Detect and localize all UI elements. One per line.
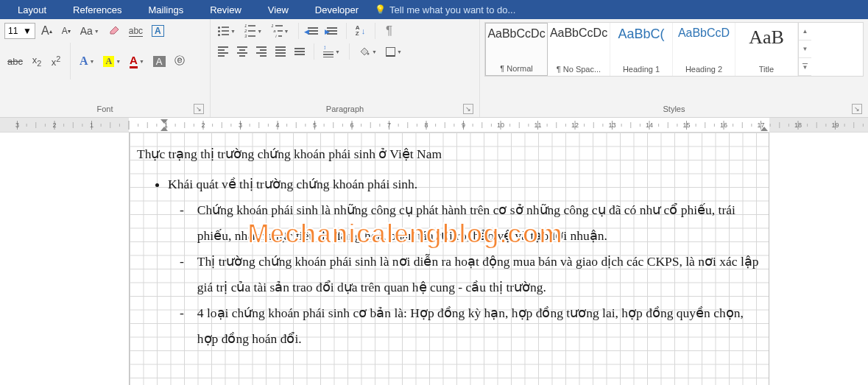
highlight-a-icon: A [103,56,114,67]
svg-text:10: 10 [497,121,504,129]
gallery-scroll-down[interactable]: ▼ [799,40,811,58]
svg-text:19: 19 [831,121,839,129]
numbering-button[interactable]: 1 2 3 ▼ [241,22,265,40]
tell-me-search[interactable]: 💡 Tell me what you want to do... [375,4,515,15]
ribbon-group-styles: AaBbCcDc ¶ Normal AaBbCcDc ¶ No Spac... … [480,19,868,117]
tab-mailings[interactable]: Mailings [135,0,197,19]
svg-text:11: 11 [534,121,541,129]
superscript-button[interactable]: x2 [48,52,64,70]
style-name: Title [738,65,794,74]
paragraph-group-label: Paragraph ↘ [215,102,475,117]
enclose-characters-button[interactable]: ⓔ [172,52,188,70]
style-heading-1[interactable]: AaBbC( Heading 1 [610,23,673,76]
svg-text:13: 13 [608,121,615,129]
sort-button[interactable]: AZ ↓ [353,22,369,40]
tab-layout[interactable]: Layout [4,0,60,19]
tab-developer[interactable]: Developer [302,0,372,19]
ribbon-group-font: 11 ▼ A▴ A▾ Aa▼ abc A abc x2 x2 A▼ A▼ A▼ [0,19,211,117]
borders-button[interactable]: ▼ [383,43,405,60]
svg-text:2: 2 [52,121,56,129]
text-effects-button[interactable]: A▼ [77,52,98,70]
chevron-down-icon: ▼ [23,26,32,36]
paragraph-dialog-launcher[interactable]: ↘ [463,104,473,114]
style-preview: AaBbCcD [678,27,730,40]
style-normal[interactable]: AaBbCcDc ¶ Normal [485,23,548,76]
svg-text:3: 3 [239,121,242,129]
justify-button[interactable] [272,43,289,60]
distributed-button[interactable] [292,43,308,60]
boxed-a-icon: A [152,25,164,37]
hanging-indent-marker[interactable] [160,127,168,131]
tab-review[interactable]: Review [197,0,255,19]
character-border-button[interactable]: A [149,22,167,40]
pilcrow-icon: ¶ [386,24,392,38]
font-color-a-icon: A [130,54,138,68]
list-item: -4 loại chứng khoán phái sinh cơ bản là:… [180,300,761,352]
style-name: ¶ No Spac... [551,65,607,74]
align-center-icon [237,46,247,56]
align-right-icon [256,46,267,56]
ribbon-group-paragraph: ▼ 1 2 3 ▼ 1 a i ▼ [211,19,480,117]
outline-a-icon: A [80,54,88,68]
align-center-button[interactable] [234,43,250,60]
style-name: Heading 1 [613,65,669,74]
align-left-icon [218,46,228,56]
line-spacing-icon: ↕ [323,46,334,58]
bullets-button[interactable]: ▼ [215,22,239,40]
tab-view[interactable]: View [255,0,302,19]
style-no-spacing[interactable]: AaBbCcDc ¶ No Spac... [548,23,610,76]
first-line-indent-marker[interactable] [160,119,168,124]
style-name: ¶ Normal [489,64,544,73]
character-shading-button[interactable]: A [150,52,169,70]
page[interactable]: Thực trạng thị trường chứng khoán phái s… [129,133,769,385]
align-right-button[interactable] [253,43,269,60]
highlight-color-button[interactable]: A▼ [100,52,124,70]
inc-indent-icon: ▶ [327,27,337,34]
ribbon-tabbar: Layout References Mailings Review View D… [0,0,868,19]
shading-button[interactable]: ▼ [356,43,380,60]
styles-dialog-launcher[interactable]: ↘ [852,104,862,114]
gallery-scroll-up[interactable]: ▲ [799,23,811,40]
align-left-button[interactable] [215,43,231,60]
line-spacing-button[interactable]: ↕ ▼ [320,43,343,60]
svg-text:18: 18 [794,121,802,129]
svg-text:9: 9 [462,121,465,129]
grow-font-button[interactable]: A▴ [38,22,55,40]
style-heading-2[interactable]: AaBbCcD Heading 2 [673,23,735,76]
style-preview: AaBbC( [618,27,664,42]
change-case-button[interactable]: Aa▼ [77,22,102,40]
circled-char-icon: ⓔ [174,54,185,68]
align-justify-icon [275,46,286,56]
strikethrough-button[interactable]: abc [4,52,26,70]
font-color-button[interactable]: A▼ [127,52,147,70]
svg-text:6: 6 [350,121,353,129]
tab-references[interactable]: References [60,0,135,19]
font-size-combo[interactable]: 11 ▼ [4,23,35,39]
font-dialog-launcher[interactable]: ↘ [194,104,204,114]
style-preview: AaBbCcDc [487,27,545,40]
svg-text:15: 15 [682,121,690,129]
horizontal-ruler[interactable]: 32112345678910111213141516171819 [0,118,868,133]
svg-text:2: 2 [201,121,205,129]
eraser-icon [108,25,120,37]
svg-point-1 [367,53,369,55]
styles-gallery-scroll: ▲ ▼ ▼ [798,23,811,76]
clear-formatting-button[interactable] [105,22,123,40]
increase-indent-button[interactable]: ▶ [324,22,340,40]
style-title[interactable]: AaB Title [735,23,798,76]
shrink-font-button[interactable]: A▾ [58,22,74,40]
dash-list: -Chứng khoán phái sinh là những công cụ … [137,197,761,352]
multilevel-list-button[interactable]: 1 a i ▼ [268,22,292,40]
font-size-value: 11 [8,26,18,36]
right-indent-marker[interactable] [761,127,768,131]
phonetic-guide-button[interactable]: abc [126,22,146,40]
shaded-a-icon: A [153,56,166,67]
style-name: Heading 2 [676,65,732,74]
gallery-more[interactable]: ▼ [799,58,811,76]
show-hide-marks-button[interactable]: ¶ [381,22,398,40]
decrease-indent-button[interactable]: ◀ [305,22,321,40]
svg-text:4: 4 [275,121,279,129]
ribbon: 11 ▼ A▴ A▾ Aa▼ abc A abc x2 x2 A▼ A▼ A▼ [0,19,868,118]
subscript-button[interactable]: x2 [29,52,45,70]
styles-group-label: Styles ↘ [484,102,864,117]
